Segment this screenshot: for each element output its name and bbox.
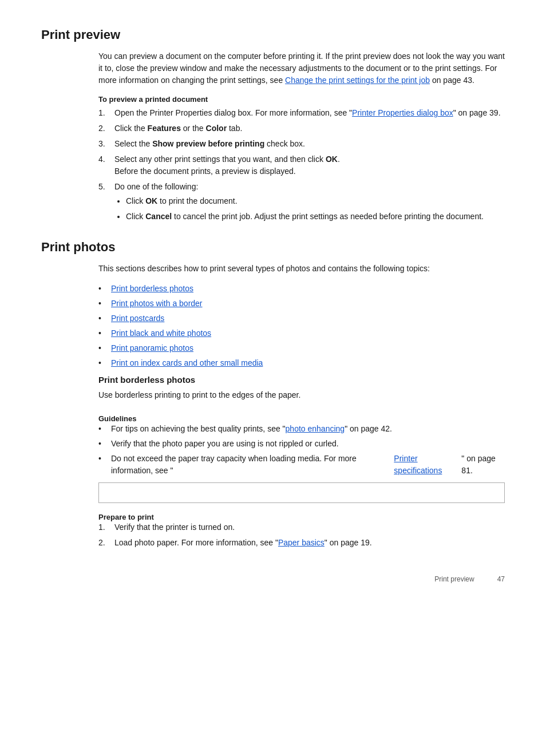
step-5a: Click OK to print the document.	[126, 195, 505, 207]
topic-link-2[interactable]: Print photos with a border	[111, 298, 203, 310]
print-preview-intro: You can preview a document on the comput…	[98, 50, 505, 86]
printer-properties-link[interactable]: Printer Properties dialog box	[352, 108, 453, 117]
borderless-heading-block: Print borderless photos	[98, 375, 505, 385]
printer-specs-link[interactable]: Printer specifications	[394, 453, 461, 477]
guidelines-list: For tips on achieving the best quality p…	[98, 423, 505, 477]
prepare-to-print-heading: Prepare to print	[98, 513, 154, 521]
intro-suffix: on page 43.	[430, 76, 474, 85]
to-preview-subheading: To preview a printed document	[98, 95, 208, 104]
guideline-1: For tips on achieving the best quality p…	[98, 423, 505, 435]
print-preview-section: Print preview You can preview a document…	[41, 27, 505, 226]
page-footer: Print preview 47	[434, 575, 505, 583]
paper-basics-link[interactable]: Paper basics	[278, 538, 325, 547]
step-4: 4. Select any other print settings that …	[98, 153, 505, 177]
topic-4: Print black and white photos	[98, 327, 505, 339]
footer-page-number: 47	[497, 575, 505, 583]
step-3: 3. Select the Show preview before printi…	[98, 138, 505, 150]
guideline-3: Do not exceed the paper tray capacity wh…	[98, 453, 505, 477]
change-print-settings-link[interactable]: Change the print settings for the print …	[285, 76, 430, 85]
page: Print preview You can preview a document…	[0, 0, 546, 597]
topic-link-3[interactable]: Print postcards	[111, 312, 164, 324]
print-preview-steps: 1. Open the Printer Properties dialog bo…	[98, 107, 505, 226]
borderless-intro: Use borderless printing to print to the …	[98, 389, 505, 401]
print-preview-heading: Print preview	[41, 27, 505, 42]
prepare-heading-block: Prepare to print	[98, 512, 505, 521]
guidelines-heading: Guidelines	[98, 414, 136, 423]
topic-5: Print panoramic photos	[98, 342, 505, 354]
print-borderless-subsection: Print borderless photos Use borderless p…	[41, 375, 505, 549]
topic-link-5[interactable]: Print panoramic photos	[111, 342, 193, 354]
print-photos-intro: This sections describes how to print sev…	[98, 263, 505, 275]
prepare-step-1: 1. Verify that the printer is turned on.	[98, 521, 505, 533]
print-photos-heading: Print photos	[41, 240, 505, 255]
topic-2: Print photos with a border	[98, 298, 505, 310]
image-placeholder-box	[98, 482, 505, 503]
to-preview-subheading-block: To preview a printed document	[98, 94, 505, 104]
topics-list: Print borderless photos Print photos wit…	[98, 283, 505, 369]
photo-enhancing-link[interactable]: photo enhancing	[286, 423, 345, 435]
topic-link-4[interactable]: Print black and white photos	[111, 327, 211, 339]
topic-1: Print borderless photos	[98, 283, 505, 295]
borderless-photos-heading: Print borderless photos	[98, 375, 505, 385]
step-5: 5. Do one of the following: Click OK to …	[98, 181, 505, 226]
topic-3: Print postcards	[98, 312, 505, 324]
prepare-steps: 1. Verify that the printer is turned on.…	[98, 521, 505, 549]
step-2: 2. Click the Features or the Color tab.	[98, 122, 505, 134]
prepare-step-2: 2. Load photo paper. For more informatio…	[98, 537, 505, 549]
footer-section-label: Print preview	[434, 575, 474, 583]
guideline-2: Verify that the photo paper you are usin…	[98, 438, 505, 450]
topic-6: Print on index cards and other small med…	[98, 357, 505, 369]
step-1: 1. Open the Printer Properties dialog bo…	[98, 107, 505, 119]
step-5b: Click Cancel to cancel the print job. Ad…	[126, 211, 505, 223]
topic-link-1[interactable]: Print borderless photos	[111, 283, 193, 295]
topic-link-6[interactable]: Print on index cards and other small med…	[111, 357, 263, 369]
print-photos-section: Print photos This sections describes how…	[41, 240, 505, 549]
guidelines-heading-block: Guidelines	[98, 414, 505, 423]
